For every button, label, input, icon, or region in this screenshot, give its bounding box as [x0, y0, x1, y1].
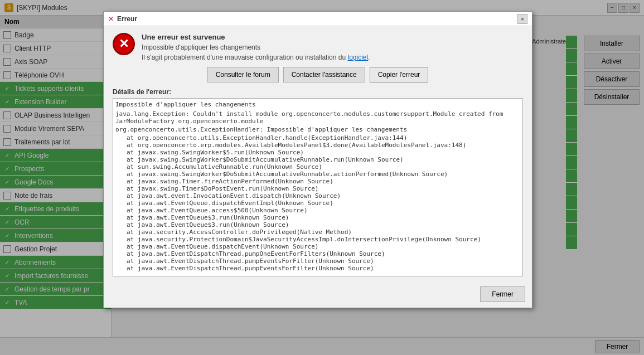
- dialog-fermer-button[interactable]: Fermer: [480, 286, 525, 302]
- stack-line-7: at javax.swing.Timer$DoPostEvent.run(Unk…: [115, 185, 520, 192]
- detail-label: Détails de l'erreur:: [113, 88, 523, 96]
- error-header: ✕ Une erreur est survenue Impossible d'a…: [113, 33, 523, 61]
- dialog-action-buttons: Consulter le forum Contacter l'assistanc…: [113, 67, 523, 82]
- stack-line-2: at javax.swing.SwingWorker$5.run(Unknown…: [115, 149, 520, 156]
- dialog-body: ✕ Une erreur est survenue Impossible d'a…: [104, 26, 532, 283]
- stack-line-4: at sun.swing.AccumulativeRunnable.run(Un…: [115, 163, 520, 171]
- error-title: Une erreur est survenue: [142, 33, 370, 41]
- stack-line-9: at java.awt.EventQueue.dispatchEventImpl…: [115, 200, 520, 207]
- stack-line-15: at java.awt.EventQueue.dispatchEvent(Unk…: [115, 243, 520, 250]
- error-first-line: Impossible d'appliquer les changements: [115, 101, 520, 108]
- stack-line-6: at javax.swing.Timer.fireActionPerformed…: [115, 178, 520, 185]
- stack-line-17: at java.awt.EventDispatchThread.pumpEven…: [115, 257, 520, 265]
- stack-line-12: at java.awt.EventQueue$3.run(Unknown Sou…: [115, 221, 520, 228]
- error-desc: Il s'agit probablement d'une mauvaise co…: [142, 54, 370, 61]
- stack-line-0: at org.openconcerto.utils.ExceptionHandl…: [115, 134, 520, 142]
- stack-line-5: at javax.swing.SwingWorker$DoSubmitAccum…: [115, 171, 520, 178]
- assistance-button[interactable]: Contacter l'assistance: [283, 67, 365, 82]
- stack-line-10: at java.awt.EventQueue.access$500(Unknow…: [115, 207, 520, 214]
- dialog-title-bar: ✕ Erreur ×: [104, 12, 532, 26]
- modal-overlay: ✕ Erreur × ✕ Une erreur est survenue Imp…: [0, 0, 644, 355]
- stack-line-18: at java.awt.EventDispatchThread.pumpEven…: [115, 265, 520, 272]
- stack-line-16: at java.awt.EventDispatchThread.pumpOneE…: [115, 250, 520, 257]
- error-detail-content: Impossible d'appliquer les changements j…: [115, 101, 520, 272]
- error-subtitle: Impossible d'appliquer les changements: [142, 43, 370, 51]
- error-dialog: ✕ Erreur × ✕ Une erreur est survenue Imp…: [103, 11, 532, 308]
- error-exception-line: java.lang.Exception: Couldn't install mo…: [115, 110, 520, 125]
- error-icon: ✕: [113, 33, 135, 55]
- dialog-title: Erreur: [117, 15, 514, 23]
- error-detail-area[interactable]: Impossible d'appliquer les changements j…: [113, 98, 523, 276]
- stack-line-11: at java.awt.EventQueue$3.run(Unknown Sou…: [115, 214, 520, 221]
- stack-line-14: at java.security.ProtectionDomain$JavaSe…: [115, 236, 520, 243]
- detail-section: Détails de l'erreur: Impossible d'appliq…: [113, 88, 523, 276]
- copy-error-button[interactable]: Copier l'erreur: [370, 67, 429, 82]
- stack-line-1: at org.openconcerto.erp.modules.Availabl…: [115, 142, 520, 149]
- stack-line-3: at javax.swing.SwingWorker$DoSubmitAccum…: [115, 156, 520, 163]
- stack-line-13: at java.security.AccessController.doPriv…: [115, 228, 520, 236]
- stack-line-8: at java.awt.event.InvocationEvent.dispat…: [115, 192, 520, 200]
- forum-button[interactable]: Consulter le forum: [207, 67, 279, 82]
- error-exception-line2: org.openconcerto.utils.ExceptionHandler:…: [115, 126, 520, 133]
- dialog-title-icon: ✕: [108, 15, 114, 23]
- dialog-footer: Fermer: [104, 283, 532, 308]
- dialog-close-x-button[interactable]: ×: [517, 14, 527, 24]
- error-messages: Une erreur est survenue Impossible d'app…: [142, 33, 370, 61]
